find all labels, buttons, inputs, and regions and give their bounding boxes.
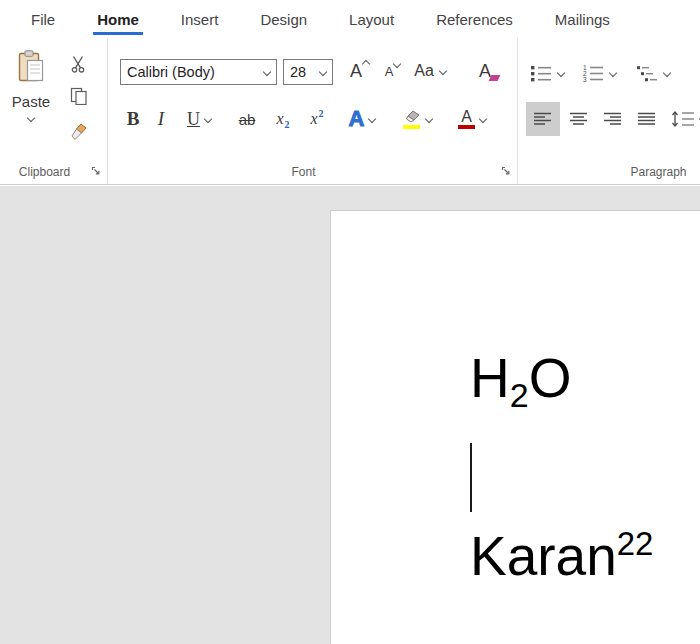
grow-font-caret-icon xyxy=(362,60,370,68)
subscript-2-glyph: 2 xyxy=(285,119,290,130)
numbering-chevron-icon[interactable] xyxy=(609,69,617,77)
h2o-subscript: 2 xyxy=(510,376,529,414)
tab-mailings[interactable]: Mailings xyxy=(534,0,631,38)
font-color-icon: A xyxy=(458,110,475,129)
align-left-icon xyxy=(534,112,552,126)
paste-label: Paste xyxy=(12,93,50,110)
numbering-button[interactable]: 1 2 3 xyxy=(582,58,616,88)
change-case-button[interactable]: Aa xyxy=(407,56,453,86)
clipboard-group: Paste xyxy=(0,38,108,184)
font-name-combobox[interactable]: Calibri (Body) xyxy=(120,59,277,85)
paragraph-group-label: Paragraph xyxy=(518,165,700,179)
svg-text:3: 3 xyxy=(583,76,587,82)
tab-references[interactable]: References xyxy=(415,0,534,38)
highlighter-icon xyxy=(403,110,421,129)
text-cursor xyxy=(470,443,472,512)
multilevel-list-icon xyxy=(636,64,658,82)
font-size-dropdown-chevron-icon[interactable] xyxy=(319,68,327,76)
cut-button[interactable] xyxy=(62,50,96,78)
highlight-color-bar xyxy=(403,125,420,129)
font-size-combobox[interactable]: 28 xyxy=(283,59,333,85)
font-group-label: Font xyxy=(108,165,499,179)
paste-button[interactable]: Paste xyxy=(4,46,58,150)
paintbrush-icon xyxy=(70,123,88,141)
strikethrough-button[interactable]: ab xyxy=(230,102,264,136)
italic-button[interactable]: I xyxy=(150,102,172,136)
subscript-button[interactable]: x 2 xyxy=(268,102,298,136)
highlight-chevron-icon[interactable] xyxy=(424,115,432,123)
clipboard-icon xyxy=(18,50,44,82)
underline-button[interactable]: U xyxy=(176,102,222,136)
font-color-bar xyxy=(458,125,475,129)
text-effects-button[interactable]: A xyxy=(338,102,386,136)
bold-glyph: B xyxy=(127,108,140,130)
change-case-chevron-icon[interactable] xyxy=(439,67,447,75)
subscript-x-glyph: x xyxy=(276,110,283,128)
paragraph-group: 1 2 3 xyxy=(518,38,700,184)
shrink-font-glyph: A xyxy=(385,64,394,79)
scissors-icon xyxy=(70,55,88,73)
tab-layout[interactable]: Layout xyxy=(328,0,415,38)
document-area[interactable]: H2O Karan22 xyxy=(0,186,700,644)
tab-file[interactable]: File xyxy=(10,0,76,38)
font-color-chevron-icon[interactable] xyxy=(479,115,487,123)
format-painter-button[interactable] xyxy=(62,118,96,146)
superscript-button[interactable]: x 2 xyxy=(302,102,332,136)
tab-home[interactable]: Home xyxy=(76,0,160,38)
grow-font-button[interactable]: A xyxy=(339,56,373,86)
justify-button[interactable] xyxy=(630,102,664,136)
multilevel-list-button[interactable] xyxy=(636,58,670,88)
align-center-button[interactable] xyxy=(562,102,596,136)
clipboard-dialog-launcher-icon[interactable] xyxy=(91,166,102,177)
align-left-button[interactable] xyxy=(526,102,560,136)
line-spacing-button[interactable] xyxy=(666,102,700,136)
text-effects-chevron-icon[interactable] xyxy=(368,115,376,123)
ribbon-tab-bar: File Home Insert Design Layout Reference… xyxy=(0,0,700,38)
align-right-icon xyxy=(604,112,622,126)
eraser-icon xyxy=(489,75,501,81)
ribbon: Paste xyxy=(0,38,700,185)
justify-icon xyxy=(638,112,656,126)
bullets-button[interactable] xyxy=(530,58,564,88)
align-right-button[interactable] xyxy=(596,102,630,136)
font-name-value: Calibri (Body) xyxy=(127,64,264,80)
clear-formatting-button[interactable]: A xyxy=(466,56,504,86)
shrink-font-caret-icon xyxy=(393,60,401,68)
document-page[interactable]: H2O Karan22 xyxy=(330,210,700,644)
document-line-h2o[interactable]: H2O xyxy=(470,351,571,406)
paste-dropdown-chevron-icon[interactable] xyxy=(27,114,35,122)
underline-chevron-icon[interactable] xyxy=(204,115,212,123)
font-size-value: 28 xyxy=(290,64,320,80)
highlighter-pen-icon xyxy=(403,110,421,124)
change-case-glyph: Aa xyxy=(414,62,434,80)
h2o-tail: O xyxy=(529,347,572,409)
karan-base: Karan xyxy=(470,525,617,587)
shrink-font-button[interactable]: A xyxy=(375,56,403,86)
font-color-glyph: A xyxy=(461,110,472,124)
font-group: Calibri (Body) 28 A A Aa A xyxy=(108,38,518,184)
document-line-karan[interactable]: Karan22 xyxy=(470,529,653,584)
text-highlight-color-button[interactable] xyxy=(392,102,442,136)
bullets-chevron-icon[interactable] xyxy=(557,69,565,77)
italic-glyph: I xyxy=(158,108,164,130)
numbered-list-icon: 1 2 3 xyxy=(582,64,604,82)
karan-superscript: 22 xyxy=(617,525,654,562)
copy-pages-icon xyxy=(70,87,88,105)
grow-font-glyph: A xyxy=(350,61,362,82)
tab-insert[interactable]: Insert xyxy=(160,0,240,38)
clipboard-group-label: Clipboard xyxy=(0,165,89,179)
superscript-x-glyph: x xyxy=(310,110,317,128)
align-center-icon xyxy=(570,112,588,126)
superscript-2-glyph: 2 xyxy=(319,108,324,119)
tab-design[interactable]: Design xyxy=(239,0,328,38)
text-effects-glyph: A xyxy=(349,106,365,132)
bold-button[interactable]: B xyxy=(120,102,146,136)
line-spacing-icon xyxy=(671,110,695,128)
font-color-button[interactable]: A xyxy=(448,102,496,136)
font-name-dropdown-chevron-icon[interactable] xyxy=(263,68,271,76)
copy-button[interactable] xyxy=(62,82,96,110)
multilevel-chevron-icon[interactable] xyxy=(663,69,671,77)
h2o-base: H xyxy=(470,347,510,409)
font-dialog-launcher-icon[interactable] xyxy=(501,166,512,177)
strikethrough-glyph: ab xyxy=(239,111,256,128)
